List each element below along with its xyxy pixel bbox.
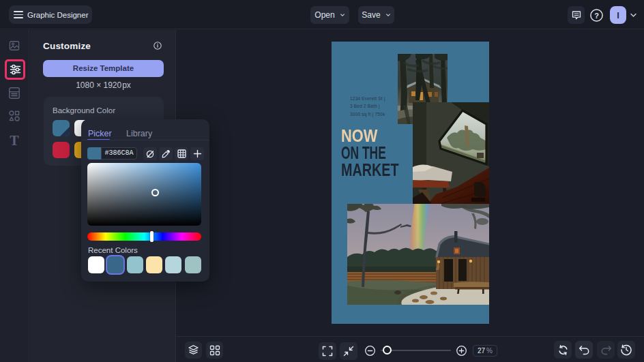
svg-text:?: ?	[594, 11, 599, 19]
